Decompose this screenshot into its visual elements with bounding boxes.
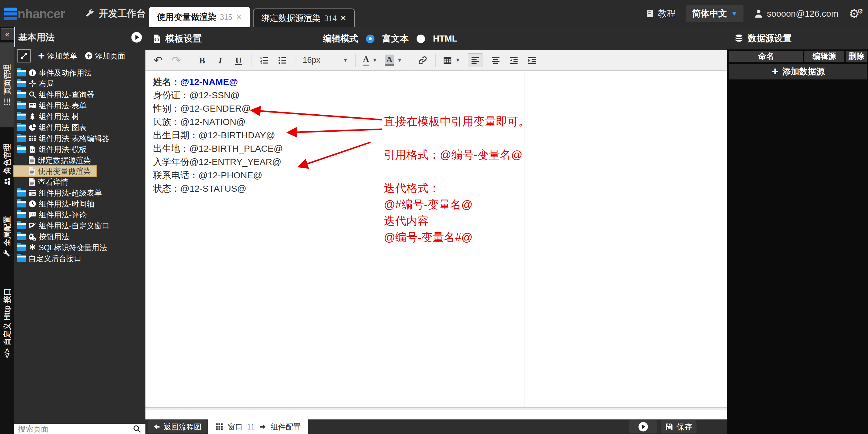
rail-tab-page-management[interactable]: 页面管理 [0, 42, 14, 127]
tree-item[interactable]: 组件用法-表单 [14, 100, 146, 111]
template-text: 姓名：@12-NAME@身份证：@12-SSN@性别：@12-GENDER@民族… [153, 75, 283, 195]
tree-item[interactable]: 组件用法-模板 [14, 144, 146, 155]
tree-item[interactable]: 组件用法-自定义窗口 [14, 220, 146, 231]
radio-richtext[interactable] [366, 35, 374, 43]
underline-button[interactable]: U [233, 54, 244, 67]
tree-item[interactable]: 组件用法-超级表单 [14, 187, 146, 198]
tree-item[interactable]: 事件及动作用法 [14, 67, 146, 78]
tree-item[interactable]: ✱SQL标识符变量用法 [14, 242, 146, 253]
editor-header: 模板设置 编辑模式 富文本 HTML [146, 27, 727, 50]
search-input[interactable] [18, 424, 128, 434]
form-icon [29, 102, 36, 110]
breadcrumb-config[interactable]: 组件配置 [271, 422, 301, 432]
italic-button[interactable]: I [215, 54, 226, 67]
svg-text:3: 3 [260, 62, 262, 65]
tree-item[interactable]: 查看详情 [14, 176, 146, 187]
edit-icon [29, 222, 36, 230]
toolbar-separator [295, 54, 296, 67]
grid-icon [215, 423, 223, 431]
tab-inactive[interactable]: 绑定数据源渲染 314 ✕ [253, 8, 355, 27]
save-button[interactable]: 保存 [661, 420, 696, 433]
back-to-flowchart-button[interactable]: 返回流程图 [148, 421, 207, 433]
tree-item[interactable]: 组件用法-查询器 [14, 89, 146, 100]
search-box [14, 424, 146, 434]
template-line: 状态：@12-STATUS@ [153, 182, 283, 195]
rail-tab-role-management[interactable]: 角色管理 [0, 131, 14, 199]
highlight-color-button[interactable]: A▼ [385, 54, 402, 67]
tree-item-label: 组件用法-树 [39, 112, 79, 122]
chevron-down-icon: ▼ [731, 10, 737, 17]
text-color-button[interactable]: A▼ [363, 54, 377, 67]
run-button[interactable] [629, 420, 657, 433]
play-circle-icon[interactable] [131, 32, 143, 43]
folder-icon [17, 81, 26, 87]
tab-active[interactable]: 使用变量做渲染 315 ✕ [149, 7, 250, 27]
folder-icon [17, 190, 26, 197]
template-content[interactable]: 姓名：@12-NAME@身份证：@12-SSN@性别：@12-GENDER@民族… [146, 71, 727, 419]
richtext-toolbar: ↶ ↷ B I U 123 16px ▼ A▼ A▼ [146, 50, 727, 71]
link-button[interactable] [417, 54, 428, 67]
user-icon [754, 9, 764, 19]
toolbar-separator [251, 54, 251, 67]
page-tree: 事件及动作用法布局组件用法-查询器组件用法-表单组件用法-树组件用法-图表组件用… [14, 67, 146, 264]
language-select[interactable]: 简体中文 ▼ [686, 5, 743, 22]
folder-icon [17, 103, 26, 109]
redo-button[interactable]: ↷ [171, 54, 182, 67]
align-left-button[interactable] [468, 53, 483, 67]
plus-circle-icon [85, 52, 93, 60]
undo-button[interactable]: ↶ [153, 54, 164, 67]
ordered-list-button[interactable]: 123 [259, 54, 270, 67]
outdent-button[interactable] [508, 54, 519, 67]
editor-scrollbar[interactable] [146, 407, 727, 410]
close-icon[interactable]: ✕ [340, 14, 346, 23]
align-center-button[interactable] [490, 54, 501, 67]
rail-tab-global-config[interactable]: 全局配置 [0, 202, 14, 271]
folder-icon [17, 212, 26, 219]
tree-item[interactable]: 组件用法-评论 [14, 209, 146, 220]
folder-icon [17, 113, 26, 120]
tree-item[interactable]: 组件用法-树 [14, 111, 146, 122]
column-name: 命名 [729, 51, 803, 62]
main-editor: 模板设置 编辑模式 富文本 HTML ↶ ↷ B I U 123 16px ▼ [146, 27, 727, 434]
rail-tab-custom-http[interactable]: </> 自定义 Http 接口 [0, 274, 14, 372]
arrow-right-icon [259, 423, 266, 430]
indent-button[interactable] [527, 54, 537, 67]
radio-html[interactable] [416, 35, 425, 43]
arrow-left-icon [153, 423, 161, 430]
unordered-list-button[interactable] [277, 54, 288, 67]
tree-item[interactable]: 组件用法-表格编辑器 [14, 133, 146, 144]
collapse-sidebar-button[interactable]: « [1, 28, 14, 40]
annotation-text: 引用格式：@编号-变量名@ [384, 146, 522, 163]
expand-button[interactable] [17, 49, 31, 62]
tree-item[interactable]: 使用变量做渲染 [14, 166, 96, 176]
settings-button[interactable]: ⚙⚙ [848, 7, 863, 21]
tree-item-label: 组件用法-查询器 [39, 90, 94, 100]
bold-button[interactable]: B [197, 54, 208, 67]
tree-item[interactable]: 绑定数据源渲染 [14, 155, 146, 166]
tree-item[interactable]: 自定义后台接口 [14, 253, 146, 264]
tree-item[interactable]: 组件用法-时间轴 [14, 198, 146, 209]
add-page-button[interactable]: 添加页面 [85, 51, 125, 61]
tree-item[interactable]: 布局 [14, 78, 146, 89]
folder-icon [17, 234, 26, 240]
tree-item[interactable]: 组件用法-图表 [14, 122, 146, 133]
add-datasource-button[interactable]: ✚ 添加数据源 [729, 64, 867, 80]
folder-icon [17, 146, 26, 153]
editor-title: 模板设置 [152, 32, 202, 45]
tab-label: 绑定数据源渲染 [261, 12, 321, 24]
tree-item[interactable]: 按钮用法 [14, 231, 146, 242]
tutorial-link[interactable]: 教程 [645, 7, 676, 20]
tree-item-label: 组件用法-图表 [39, 122, 87, 133]
close-icon[interactable]: ✕ [236, 13, 242, 21]
account-menu[interactable]: soooon@126.com [754, 9, 839, 19]
datasource-columns: 命名 编辑源 删除 [729, 51, 867, 62]
table-button[interactable]: ▼ [443, 54, 461, 67]
filecode-icon [29, 145, 36, 153]
bottom-actions: 保存 [629, 420, 696, 433]
app: nhancer 开发工作台 使用变量做渲染 315 ✕ 绑定数据源渲染 314 … [0, 0, 868, 434]
font-size-select[interactable]: 16px ▼ [303, 56, 348, 65]
search-icon[interactable] [133, 425, 141, 433]
topbar-right: 教程 简体中文 ▼ soooon@126.com ⚙⚙ [645, 0, 868, 27]
tree-item-label: 绑定数据源渲染 [38, 155, 91, 165]
add-menu-button[interactable]: ✚ 添加菜单 [38, 51, 78, 61]
